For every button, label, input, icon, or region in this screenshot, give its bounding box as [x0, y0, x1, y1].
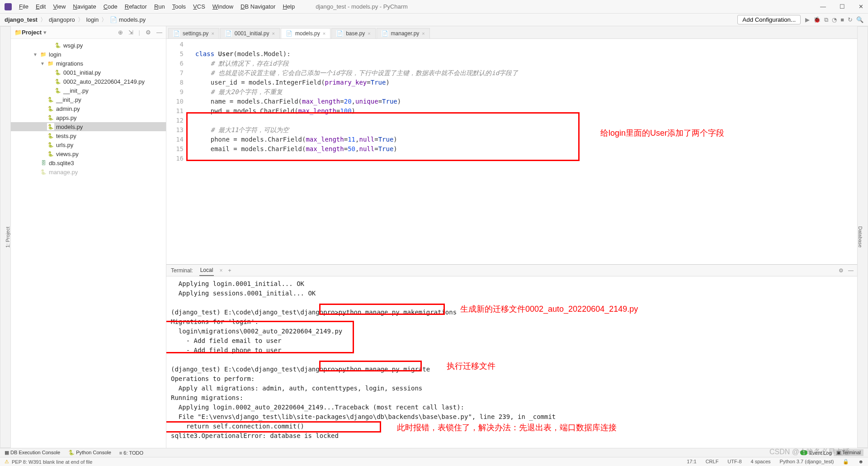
terminal-label: Terminal:: [170, 266, 194, 276]
breadcrumb-item[interactable]: djangopro: [49, 16, 75, 23]
menu-help[interactable]: Help: [280, 2, 297, 11]
breadcrumb-item[interactable]: 📄 models.py: [110, 16, 146, 23]
project-tool-window: 📁 Project ▾ ⊕ ⇲ | ⚙ — 🐍wsgi.py▼📁login▼📁m…: [11, 26, 166, 448]
maximize-icon[interactable]: ☐: [840, 3, 845, 10]
lock-icon[interactable]: 🔒: [843, 459, 849, 465]
annotation-text-1: 给login里面的User添加了两个字段: [600, 128, 724, 138]
close-icon[interactable]: ✕: [859, 3, 863, 10]
minimize-icon[interactable]: —: [848, 267, 854, 274]
window-title: django_test - models.py - PyCharm: [316, 3, 820, 10]
tree-item[interactable]: 🐍tests.py: [11, 131, 166, 140]
python-file-icon: 📄: [173, 30, 180, 37]
expand-icon[interactable]: ⇲: [128, 29, 133, 36]
gear-icon[interactable]: ⚙: [146, 29, 151, 36]
todo-button[interactable]: ≡ 6: TODO: [119, 450, 143, 456]
py-icon: 🐍: [54, 42, 61, 49]
status-caret[interactable]: 17:1: [687, 459, 696, 465]
db-exec-console-button[interactable]: ▦ DB Execution Console: [5, 450, 60, 456]
status-bar: ⚠ PEP 8: W391 blank line at end of file …: [0, 457, 868, 466]
collapse-icon[interactable]: —: [156, 29, 162, 36]
python-console-button[interactable]: 🐍 Python Console: [68, 450, 111, 456]
close-tab-icon[interactable]: ×: [219, 267, 222, 274]
tree-item[interactable]: 🐍urls.py: [11, 140, 166, 149]
editor-tab[interactable]: 📄settings.py×: [168, 28, 219, 38]
menu-view[interactable]: View: [50, 2, 68, 11]
editor-tab[interactable]: 📄manager.py×: [377, 28, 430, 38]
event-log-button[interactable]: Event Log: [809, 450, 832, 456]
code-editor[interactable]: 45678910111213141516 class User(models.M…: [166, 39, 857, 264]
profile-icon[interactable]: ◔: [832, 16, 837, 24]
menu-vcs[interactable]: VCS: [190, 2, 208, 11]
project-tree[interactable]: 🐍wsgi.py▼📁login▼📁migrations🐍0001_initial…: [11, 39, 166, 448]
status-encoding[interactable]: UTF-8: [727, 459, 741, 465]
menu-db-navigator[interactable]: DB Navigator: [238, 2, 278, 11]
target-icon[interactable]: ⊕: [118, 29, 123, 36]
line-numbers: 45678910111213141516: [166, 39, 188, 264]
status-indent[interactable]: 4 spaces: [751, 459, 771, 465]
status-interpreter[interactable]: Python 3.7 (django_test): [780, 459, 834, 465]
search-icon[interactable]: 🔍: [856, 16, 863, 24]
tree-item[interactable]: 🐍0002_auto_20220604_2149.py: [11, 77, 166, 86]
pycharm-logo-icon: [5, 3, 12, 10]
minimize-icon[interactable]: —: [820, 3, 826, 10]
py-icon: 🐍: [54, 78, 61, 85]
tree-item[interactable]: 🐍wsgi.py: [11, 41, 166, 50]
menu-file[interactable]: File: [16, 2, 31, 11]
editor-tab[interactable]: 📄base.py×: [331, 28, 375, 38]
annotation-text-3: 执行迁移文件: [447, 361, 495, 371]
coverage-icon[interactable]: ⧉: [824, 16, 828, 24]
breadcrumb-item[interactable]: django_test: [5, 16, 38, 23]
breadcrumb: django_test〉djangopro〉login〉📄 models.py: [5, 16, 146, 24]
menu-window[interactable]: Window: [210, 2, 236, 11]
stop-icon[interactable]: ■: [840, 16, 844, 24]
run-icon[interactable]: ▶: [805, 16, 810, 24]
py-icon: 🐍: [47, 123, 54, 130]
menu-refactor[interactable]: Refactor: [122, 2, 150, 11]
gear-icon[interactable]: ⚙: [839, 267, 844, 274]
menu-navigate[interactable]: Navigate: [70, 2, 99, 11]
navigation-bar: django_test〉djangopro〉login〉📄 models.py …: [0, 14, 868, 26]
close-tab-icon[interactable]: ×: [368, 31, 370, 36]
close-tab-icon[interactable]: ×: [211, 31, 214, 36]
menu-run[interactable]: Run: [151, 2, 168, 11]
add-tab-icon[interactable]: +: [228, 267, 231, 274]
python-file-icon: 📄: [225, 30, 232, 37]
terminal-tab-local[interactable]: Local: [199, 265, 214, 276]
tree-item[interactable]: 🐍manage.py: [11, 167, 166, 176]
tree-item[interactable]: 🐍apps.py: [11, 113, 166, 122]
tree-item[interactable]: ▼📁migrations: [11, 59, 166, 68]
menu-tools[interactable]: Tools: [170, 2, 189, 11]
tree-item[interactable]: 🐍views.py: [11, 149, 166, 158]
tree-item[interactable]: 🗄db.sqlite3: [11, 158, 166, 167]
tree-item[interactable]: 🐍0001_initial.py: [11, 68, 166, 77]
gutter-project[interactable]: 1: Project: [5, 227, 10, 247]
add-configuration-button[interactable]: Add Configuration...: [737, 15, 801, 24]
close-tab-icon[interactable]: ×: [272, 31, 275, 36]
py-icon: 🐍: [47, 132, 54, 139]
editor-tab[interactable]: 📄0001_initial.py×: [220, 28, 280, 38]
python-file-icon: 📄: [382, 30, 388, 37]
tree-label: __init_.py: [56, 96, 81, 103]
tree-item[interactable]: ▼📁login: [11, 50, 166, 59]
editor-tab[interactable]: 📄models.py×: [281, 28, 330, 38]
tree-item[interactable]: 🐍models.py: [11, 122, 166, 131]
terminal-button[interactable]: ▣ Terminal: [834, 449, 863, 456]
update-icon[interactable]: ↻: [848, 16, 853, 24]
debug-icon[interactable]: 🐞: [813, 16, 821, 24]
terminal-output[interactable]: Applying login.0001_initial... OK Applyi…: [166, 276, 857, 448]
tree-item[interactable]: 🐍admin.py: [11, 104, 166, 113]
tree-label: wsgi.py: [63, 42, 83, 49]
close-tab-icon[interactable]: ×: [323, 31, 326, 36]
tree-item[interactable]: 🐍__init_.py: [11, 95, 166, 104]
menu-code[interactable]: Code: [101, 2, 120, 11]
annotation-text-2: 生成新的迁移文件0002_auto_20220604_2149.py: [460, 304, 638, 314]
chevron-down-icon[interactable]: ▾: [43, 29, 47, 36]
menu-edit[interactable]: Edit: [33, 2, 48, 11]
gutter-database[interactable]: Database: [858, 226, 863, 247]
tree-item[interactable]: 🐍__init_.py: [11, 86, 166, 95]
breadcrumb-item[interactable]: login: [86, 16, 99, 23]
status-eol[interactable]: CRLF: [706, 459, 719, 465]
tree-label: login: [49, 51, 61, 58]
close-tab-icon[interactable]: ×: [422, 31, 425, 36]
hector-icon[interactable]: ☻: [858, 459, 863, 465]
